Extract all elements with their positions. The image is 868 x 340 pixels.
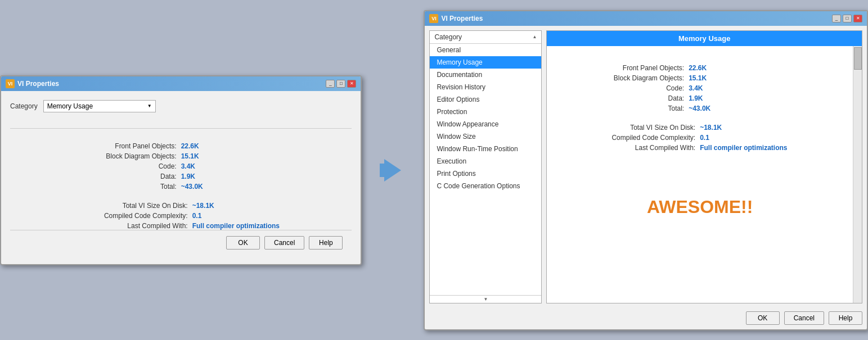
right-memory-grid: Front Panel Objects: 22.6K Block Diagram… <box>558 64 842 112</box>
last-compiled-label: Last Compiled With: <box>44 222 192 230</box>
close-button-right[interactable]: ✕ <box>853 15 862 22</box>
r-last-compiled-value: Full compiler optimizations <box>700 144 842 152</box>
minimize-button-left[interactable]: _ <box>326 80 335 88</box>
title-icon-right: VI <box>429 14 438 23</box>
category-item-protection[interactable]: Protection <box>430 106 541 118</box>
left-dialog-body: Category Memory Usage ▼ Front Panel Obje… <box>1 91 361 264</box>
right-dialog-footer: OK Cancel Help <box>429 308 862 325</box>
awesome-container: AWESOME!! <box>558 197 842 217</box>
cancel-button-left[interactable]: Cancel <box>264 236 304 250</box>
total-label: Total: <box>44 183 181 191</box>
category-item-execution[interactable]: Execution <box>430 155 541 167</box>
ok-button-right[interactable]: OK <box>746 311 780 325</box>
ok-button-left[interactable]: OK <box>226 236 260 250</box>
scroll-thumb <box>854 47 862 70</box>
category-dropdown[interactable]: Memory Usage ▼ <box>43 100 156 112</box>
right-memory-bottom: Total VI Size On Disk: ~18.1K Compiled C… <box>558 124 842 152</box>
r-front-panel-label: Front Panel Objects: <box>558 64 689 72</box>
r-total-vi-label: Total VI Size On Disk: <box>558 124 700 132</box>
category-item-revision[interactable]: Revision History <box>430 81 541 93</box>
data-label: Data: <box>44 173 181 180</box>
maximize-button-left[interactable]: □ <box>336 80 345 88</box>
block-diagram-label: Block Diagram Objects: <box>44 152 181 160</box>
help-button-left[interactable]: Help <box>309 236 343 250</box>
r-complexity-label: Compiled Code Complexity: <box>558 134 700 142</box>
r-block-diagram-value: 15.1K <box>689 74 819 82</box>
category-panel-title: Category <box>434 33 462 41</box>
category-item-window-size[interactable]: Window Size <box>430 130 541 143</box>
r-block-diagram-label: Block Diagram Objects: <box>558 74 689 82</box>
total-vi-value: ~18.1K <box>192 202 341 210</box>
left-titlebar: VI VI Properties _ □ ✕ <box>1 76 361 91</box>
left-dialog-footer: OK Cancel Help <box>10 230 352 255</box>
awesome-text: AWESOME!! <box>647 197 753 217</box>
right-dialog: VI VI Properties _ □ ✕ Category ▲ Genera… <box>424 10 868 330</box>
divider-top <box>10 128 352 129</box>
minimize-button-right[interactable]: _ <box>832 15 841 22</box>
right-dialog-body: Category ▲ General Memory Usage Document… <box>425 26 867 329</box>
complexity-value: 0.1 <box>192 212 341 220</box>
category-item-documentation[interactable]: Documentation <box>430 69 541 81</box>
right-dialog-title: VI Properties <box>441 15 483 22</box>
category-item-window-runtime[interactable]: Window Run-Time Position <box>430 143 541 155</box>
data-value: 1.9K <box>181 173 318 180</box>
detail-content: Front Panel Objects: 22.6K Block Diagram… <box>547 46 853 303</box>
front-panel-value: 22.6K <box>181 142 318 150</box>
category-panel: Category ▲ General Memory Usage Document… <box>429 30 542 303</box>
category-dropdown-value: Memory Usage <box>47 102 93 110</box>
memory-info-bottom: Total VI Size On Disk: ~18.1K Compiled C… <box>10 202 352 230</box>
right-titlebar: VI VI Properties _ □ ✕ <box>425 11 867 26</box>
category-panel-header: Category ▲ <box>430 31 541 44</box>
scrollbar-right[interactable] <box>853 46 862 303</box>
right-arrow-icon <box>384 159 401 182</box>
memory-info-grid: Front Panel Objects: 22.6K Block Diagram… <box>10 142 352 191</box>
r-total-value: ~43.0K <box>689 105 819 112</box>
last-compiled-value: Full compiler optimizations <box>192 222 341 230</box>
r-code-label: Code: <box>558 84 689 92</box>
total-vi-label: Total VI Size On Disk: <box>44 202 192 210</box>
dropdown-arrow-icon: ▼ <box>147 103 152 108</box>
category-item-print[interactable]: Print Options <box>430 167 541 180</box>
category-row: Category Memory Usage ▼ <box>10 100 352 112</box>
complexity-label: Compiled Code Complexity: <box>44 212 192 220</box>
scroll-up-icon: ▲ <box>532 34 537 39</box>
scroll-down-icon: ▼ <box>430 295 541 303</box>
r-front-panel-value: 22.6K <box>689 64 819 72</box>
code-label: Code: <box>44 162 181 170</box>
title-icon-left: VI <box>6 79 15 88</box>
left-dialog: VI VI Properties _ □ ✕ Category Memory U… <box>0 75 362 265</box>
cancel-button-right[interactable]: Cancel <box>784 311 824 325</box>
r-total-vi-value: ~18.1K <box>700 124 842 132</box>
category-item-memory[interactable]: Memory Usage <box>430 56 541 69</box>
category-list[interactable]: General Memory Usage Documentation Revis… <box>430 44 541 295</box>
detail-header: Memory Usage <box>547 31 862 46</box>
r-complexity-value: 0.1 <box>700 134 842 142</box>
detail-panel: Memory Usage Front Panel Objects: 22.6K … <box>546 30 862 303</box>
r-total-label: Total: <box>558 105 689 112</box>
category-item-ccode[interactable]: C Code Generation Options <box>430 180 541 192</box>
maximize-button-right[interactable]: □ <box>843 15 852 22</box>
r-last-compiled-label: Last Compiled With: <box>558 144 700 152</box>
close-button-left[interactable]: ✕ <box>347 80 356 88</box>
category-label: Category <box>10 102 38 110</box>
code-value: 3.4K <box>181 162 318 170</box>
help-button-right[interactable]: Help <box>829 311 862 325</box>
category-item-editor[interactable]: Editor Options <box>430 93 541 106</box>
left-dialog-title: VI Properties <box>17 80 59 88</box>
block-diagram-value: 15.1K <box>181 152 318 160</box>
front-panel-label: Front Panel Objects: <box>44 142 181 150</box>
category-item-general[interactable]: General <box>430 44 541 56</box>
r-data-label: Data: <box>558 94 689 102</box>
r-code-value: 3.4K <box>689 84 819 92</box>
arrow-container <box>384 159 401 182</box>
total-value: ~43.0K <box>181 183 318 191</box>
r-data-value: 1.9K <box>689 94 819 102</box>
advanced-content: Category ▲ General Memory Usage Document… <box>429 30 862 303</box>
category-item-window-appearance[interactable]: Window Appearance <box>430 118 541 130</box>
